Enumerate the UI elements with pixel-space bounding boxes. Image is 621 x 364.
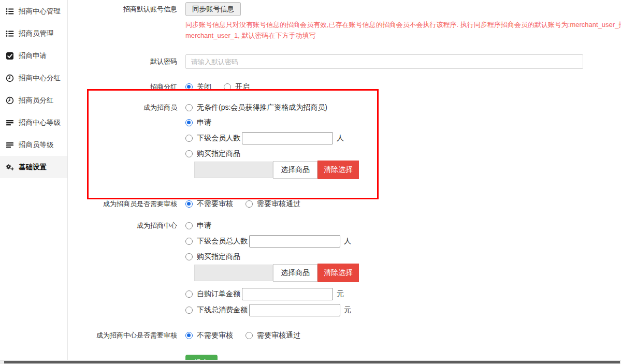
radio-label: 关闭 bbox=[197, 82, 211, 92]
sidebar-item-label: 招商申请 bbox=[19, 51, 47, 61]
radio-label: 申请 bbox=[197, 221, 211, 230]
radio-label: 需要审核通过 bbox=[257, 331, 300, 340]
sidebar-item-center-dividend[interactable]: 招商中心分红 bbox=[0, 67, 67, 89]
sidebar-item-label: 招商中心管理 bbox=[19, 7, 61, 16]
radio-label: 下线总消费金额 bbox=[197, 305, 248, 315]
radio-center-subordinate-total[interactable] bbox=[185, 238, 193, 245]
become-agent-row: 成为招商员 无条件(ps:会员获得推广资格成为招商员) 申请 下级会员人数 人 … bbox=[68, 102, 621, 185]
default-password-input[interactable] bbox=[185, 54, 583, 69]
agent-clear-selection-button[interactable]: 清除选择 bbox=[317, 161, 359, 179]
sidebar-item-merchant-center-mgmt[interactable]: 招商中心管理 bbox=[0, 0, 67, 22]
radio-label: 下级会员人数 bbox=[197, 134, 240, 143]
radio-label: 不需要审核 bbox=[197, 331, 233, 340]
radio-dividend-off[interactable] bbox=[185, 83, 193, 91]
sidebar-item-basic-settings[interactable]: 基础设置 bbox=[0, 156, 67, 178]
radio-center-apply[interactable] bbox=[185, 222, 193, 229]
sync-account-button[interactable]: 同步账号信息 bbox=[185, 2, 241, 16]
radio-label: 不需要审核 bbox=[197, 199, 233, 209]
center-downline-spend-input[interactable] bbox=[249, 304, 340, 316]
agent-select-product-button[interactable]: 选择商品 bbox=[273, 161, 317, 179]
become-center-row: 成为招商中心 申请 下级会员总人数 人 购买指定商品 选择商品 清除选择 bbox=[68, 220, 621, 316]
sidebar-item-label: 招商员等级 bbox=[19, 140, 54, 150]
sidebar-item-merchant-apply[interactable]: 招商申请 bbox=[0, 45, 67, 67]
center-subordinate-total-input[interactable] bbox=[249, 235, 340, 247]
sidebar-item-agent-mgmt[interactable]: 招商员管理 bbox=[0, 22, 67, 45]
unit-suffix: 元 bbox=[337, 289, 344, 299]
sidebar-item-label: 招商员管理 bbox=[19, 29, 54, 38]
center-product-input[interactable] bbox=[194, 265, 273, 281]
radio-label: 申请 bbox=[197, 118, 211, 127]
list-icon bbox=[5, 7, 14, 16]
sidebar-item-label: 基础设置 bbox=[19, 163, 47, 172]
basic-settings-form: 招商默认账号信息 同步账号信息 同步账号信息只对没有账号信息的招商会员有效,已存… bbox=[68, 0, 621, 360]
account-info-label: 招商默认账号信息 bbox=[68, 2, 181, 16]
agent-product-input[interactable] bbox=[194, 162, 273, 178]
clock-icon bbox=[5, 96, 14, 105]
sidebar-item-label: 招商中心等级 bbox=[19, 118, 61, 127]
account-info-row: 招商默认账号信息 同步账号信息 同步账号信息只对没有账号信息的招商会员有效,已存… bbox=[68, 2, 621, 41]
radio-center-need-review[interactable] bbox=[245, 332, 253, 339]
sync-warning-line2: merchant_user_1, 默认密码在下方手动填写 bbox=[185, 30, 621, 41]
radio-label: 自购订单金额 bbox=[197, 289, 240, 299]
sidebar-item-label: 招商员分红 bbox=[19, 96, 54, 105]
center-select-product-button[interactable]: 选择商品 bbox=[273, 264, 317, 282]
sidebar-item-center-level[interactable]: 招商中心等级 bbox=[0, 111, 67, 134]
unit-suffix: 人 bbox=[344, 237, 351, 246]
radio-agent-buy-product[interactable] bbox=[185, 150, 193, 157]
radio-center-self-order-amount[interactable] bbox=[185, 290, 193, 298]
gears-icon bbox=[5, 163, 14, 171]
center-self-order-amount-input[interactable] bbox=[242, 288, 333, 300]
sidebar-item-agent-dividend[interactable]: 招商员分红 bbox=[0, 89, 67, 111]
radio-agent-apply[interactable] bbox=[185, 119, 193, 126]
list-icon bbox=[5, 30, 14, 38]
radio-label: 购买指定商品 bbox=[197, 149, 240, 158]
horizontal-scrollbar bbox=[0, 360, 621, 364]
default-password-label: 默认密码 bbox=[68, 54, 181, 69]
radio-label: 下级会员总人数 bbox=[197, 237, 248, 246]
default-password-row: 默认密码 bbox=[68, 54, 621, 69]
sidebar: 招商中心管理 招商员管理 招商申请 招商中心分红 招商员分红 招商中心等级 bbox=[0, 0, 68, 360]
radio-center-no-review[interactable] bbox=[185, 332, 193, 339]
center-clear-selection-button[interactable]: 清除选择 bbox=[317, 264, 359, 282]
radio-agent-no-review[interactable] bbox=[185, 200, 193, 208]
center-review-row: 成为招商中心是否需要审核 不需要审核 需要审核通过 bbox=[68, 330, 621, 341]
unit-suffix: 元 bbox=[344, 305, 351, 315]
center-product-picker: 选择商品 清除选择 bbox=[194, 263, 621, 283]
become-agent-label: 成为招商员 bbox=[68, 102, 181, 113]
dividend-label: 招商分红 bbox=[68, 81, 181, 93]
become-center-label: 成为招商中心 bbox=[68, 220, 181, 231]
radio-agent-subordinate-count[interactable] bbox=[185, 135, 193, 142]
radio-center-downline-spend[interactable] bbox=[185, 307, 193, 314]
radio-label: 需要审核通过 bbox=[257, 199, 300, 209]
sync-warning-line1: 同步账号信息只对没有账号信息的招商会员有效,已存在账号信息的招商会员不会执行该程… bbox=[185, 19, 621, 30]
radio-label: 无条件(ps:会员获得推广资格成为招商员) bbox=[197, 103, 327, 112]
radio-label: 开启 bbox=[235, 82, 250, 92]
sidebar-item-label: 招商中心分红 bbox=[19, 74, 61, 83]
agent-subordinate-count-input[interactable] bbox=[242, 132, 333, 144]
horizontal-scrollbar-thumb[interactable] bbox=[4, 361, 620, 363]
align-left-icon bbox=[5, 119, 14, 127]
radio-dividend-on[interactable] bbox=[224, 83, 231, 91]
sidebar-item-agent-level[interactable]: 招商员等级 bbox=[0, 134, 67, 156]
radio-label: 购买指定商品 bbox=[197, 252, 240, 261]
unit-suffix: 人 bbox=[337, 134, 344, 143]
center-review-label: 成为招商中心是否需要审核 bbox=[68, 330, 181, 341]
align-left-icon bbox=[5, 141, 14, 149]
radio-agent-need-review[interactable] bbox=[245, 200, 253, 208]
check-square-icon bbox=[5, 52, 14, 60]
agent-review-row: 成为招商员是否需要审核 不需要审核 需要审核通过 bbox=[68, 198, 621, 210]
radio-center-buy-product[interactable] bbox=[185, 253, 193, 260]
agent-review-label: 成为招商员是否需要审核 bbox=[68, 198, 181, 210]
dividend-row: 招商分红 关闭 开启 bbox=[68, 81, 621, 93]
agent-product-picker: 选择商品 清除选择 bbox=[194, 160, 621, 180]
radio-agent-unconditional[interactable] bbox=[185, 104, 193, 111]
clock-icon bbox=[5, 74, 14, 82]
